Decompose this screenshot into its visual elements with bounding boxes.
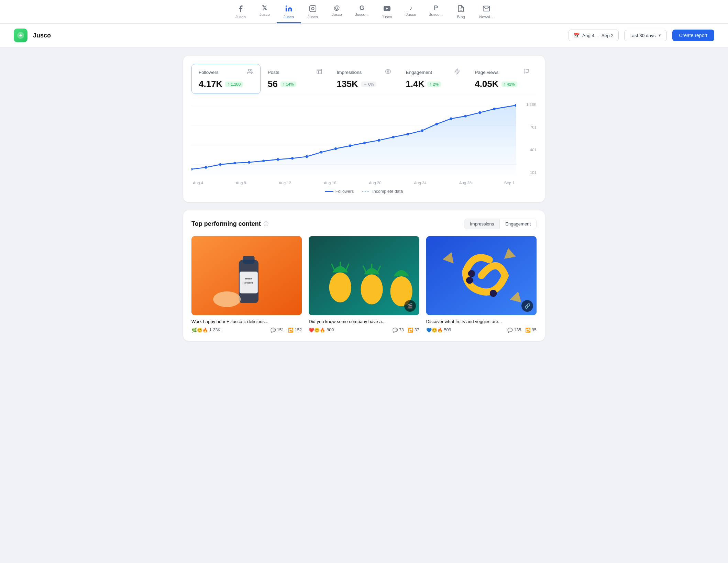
shares-3: 🔁 95 — [525, 328, 537, 333]
shares-2: 🔁 37 — [408, 328, 419, 333]
svg-point-49 — [329, 273, 351, 302]
post-caption-3: Discover what fruits and veggies are... — [426, 319, 537, 325]
post-stats-3: 💙😊🔥 509 💬 135 🔁 95 — [426, 328, 537, 333]
post-engagement-3: 💬 135 🔁 95 — [507, 328, 537, 333]
nav-item-google[interactable]: G Jusco .. — [349, 0, 375, 23]
reactions-count-2: 800 — [327, 328, 334, 332]
post-caption-2: Did you know some company have a... — [309, 319, 419, 325]
nav-item-threads[interactable]: @ Jusco — [325, 0, 349, 23]
nav-item-twitter[interactable]: 𝕏 Jusco — [253, 0, 277, 23]
nav-item-youtube[interactable]: Jusco — [375, 0, 399, 23]
nav-item-blog[interactable]: Blog — [449, 0, 473, 23]
date-from: Aug 4 — [582, 33, 594, 38]
impressions-icon — [385, 68, 391, 76]
svg-point-33 — [435, 123, 438, 125]
content-title-row: Top performing content ⓘ — [191, 220, 268, 228]
svg-point-61 — [489, 290, 497, 297]
top-navigation: Jusco 𝕏 Jusco Jusco Jusco @ Jusco G Jusc… — [0, 0, 728, 24]
x-label-aug4: Aug 4 — [193, 181, 203, 185]
y-label-2: 701 — [519, 125, 537, 129]
x-label-aug24: Aug 24 — [414, 181, 426, 185]
svg-text:pressed: pressed — [244, 282, 253, 284]
x-label-aug28: Aug 28 — [459, 181, 472, 185]
post-stats-1: 🌿😊🔥 1.23K 💬 151 🔁 152 — [191, 328, 302, 333]
engagement-badge: ↑ 2% — [427, 81, 441, 87]
post-reactions-3: 💙😊🔥 509 — [426, 328, 451, 333]
metric-value-pageviews: 4.05K ↑ 42% — [475, 79, 529, 89]
facebook-icon — [237, 5, 244, 13]
svg-point-59 — [468, 270, 475, 277]
shares-1: 🔁 152 — [288, 328, 302, 333]
tab-engagement[interactable]: Engagement — [500, 219, 536, 229]
date-to: Sep 2 — [602, 33, 614, 38]
svg-point-29 — [378, 139, 380, 142]
tab-impressions[interactable]: Impressions — [464, 219, 500, 229]
svg-point-24 — [306, 155, 308, 158]
header-bar: Jusco 📅 Aug 4 - Sep 2 Last 30 days ▼ Cre… — [0, 24, 728, 47]
pageviews-icon — [523, 68, 529, 76]
nav-item-pinterest[interactable]: P Jusco .. — [423, 0, 449, 23]
metric-engagement[interactable]: Engagement 1.4K ↑ 2% — [398, 64, 467, 94]
metric-value-engagement: 1.4K ↑ 2% — [406, 79, 460, 89]
tiktok-icon: ♪ — [409, 5, 412, 11]
svg-rect-1 — [310, 5, 316, 12]
nav-item-facebook[interactable]: Jusco — [229, 0, 253, 23]
google-icon: G — [360, 5, 364, 11]
x-label-sep1: Sep 1 — [504, 181, 515, 185]
engagement-icon — [454, 68, 460, 76]
twitter-icon: 𝕏 — [262, 5, 267, 11]
post-thumbnail-1[interactable]: fresh pressed — [191, 236, 302, 315]
y-label-top: 1.28K — [519, 102, 537, 107]
nav-item-linkedin[interactable]: Jusco — [277, 0, 301, 23]
legend-followers: Followers — [325, 189, 354, 194]
svg-point-9 — [387, 71, 389, 73]
metric-followers[interactable]: Followers 4.17K ↑ 1,280 — [191, 64, 261, 94]
svg-rect-42 — [243, 256, 254, 264]
pinterest-icon: P — [434, 5, 438, 11]
post-stats-2: ❤️😊🔥 800 💬 73 🔁 37 — [309, 328, 419, 333]
svg-point-23 — [291, 157, 294, 159]
comments-3: 💬 135 — [507, 328, 521, 333]
metric-impressions[interactable]: Impressions 135K → 0% — [330, 64, 399, 94]
svg-point-34 — [450, 118, 452, 120]
reaction-emojis-3: 💙😊🔥 — [426, 328, 443, 333]
nav-label-google: Jusco .. — [355, 12, 369, 16]
legend-incomplete: Incomplete data — [362, 189, 403, 194]
info-icon: ⓘ — [264, 221, 268, 227]
post-thumbnail-2[interactable]: 🎬 — [309, 236, 419, 315]
nav-item-instagram[interactable]: Jusco — [301, 0, 325, 23]
svg-point-18 — [219, 163, 221, 166]
metric-name-posts: Posts — [268, 70, 279, 75]
linkedin-icon — [285, 5, 293, 13]
nav-label-facebook: Jusco — [235, 15, 246, 19]
metrics-row: Followers 4.17K ↑ 1,280 Posts — [191, 64, 537, 94]
reaction-emojis-2: ❤️😊🔥 — [309, 328, 325, 333]
svg-point-53 — [361, 274, 383, 304]
period-select-button[interactable]: Last 30 days ▼ — [624, 30, 666, 41]
nav-item-newsletter[interactable]: Newsl... — [473, 0, 499, 23]
date-range-button[interactable]: 📅 Aug 4 - Sep 2 — [569, 30, 619, 41]
y-label-bottom: 101 — [519, 170, 537, 175]
metric-value-posts: 56 ↑ 14% — [268, 79, 322, 89]
brand-logo — [14, 29, 27, 42]
nav-label-threads: Jusco — [332, 12, 342, 16]
comment-icon-2: 💬 — [393, 328, 398, 333]
metric-name-impressions: Impressions — [337, 70, 362, 75]
metric-pageviews[interactable]: Page views 4.05K ↑ 42% — [467, 64, 537, 94]
metric-posts[interactable]: Posts 56 ↑ 14% — [261, 64, 330, 94]
instagram-icon — [309, 5, 317, 13]
nav-label-instagram: Jusco — [308, 15, 318, 19]
create-report-button[interactable]: Create report — [672, 30, 714, 41]
nav-item-tiktok[interactable]: ♪ Jusco — [399, 0, 423, 23]
svg-point-32 — [421, 129, 423, 132]
impressions-badge: → 0% — [361, 81, 376, 87]
chart-legend: Followers Incomplete data — [191, 189, 537, 194]
x-label-aug8: Aug 8 — [236, 181, 246, 185]
metric-value-followers: 4.17K ↑ 1,280 — [199, 79, 253, 89]
legend-incomplete-label: Incomplete data — [372, 189, 403, 194]
svg-point-0 — [286, 5, 287, 7]
post-thumbnail-3[interactable]: 🔗 — [426, 236, 537, 315]
calendar-icon: 📅 — [574, 33, 580, 38]
svg-text:fresh: fresh — [245, 277, 252, 280]
followers-line-icon — [325, 191, 333, 192]
